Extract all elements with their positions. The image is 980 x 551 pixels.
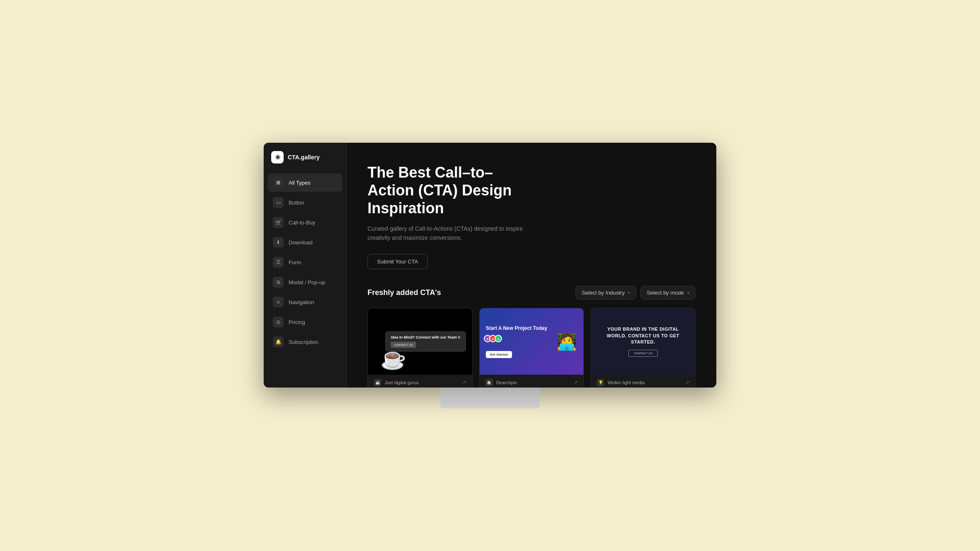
external-link-icon-0[interactable]: ↗: [462, 380, 466, 385]
card-footer-1: 🏠 Dearchpin ↗: [480, 375, 584, 388]
nav-label-pricing: Pricing: [289, 319, 305, 325]
card-author-0: ☕ Just digital gurus: [374, 379, 419, 386]
coffee-headline: Idea In Mind? Connect with our Team !!: [391, 335, 460, 339]
nav-label-subscription: Subscription: [289, 339, 318, 345]
sidebar-item-subscription[interactable]: 🔔 Subscription: [268, 333, 342, 351]
project-left: Start A New Project Today ● ● ● Get Star…: [486, 325, 555, 358]
gallery-card-0: ☕ Idea In Mind? Connect with our Team !!…: [368, 308, 473, 388]
card-author-2: 💡 Welkin light media: [597, 379, 644, 386]
sidebar-item-pricing[interactable]: ◎ Pricing: [268, 313, 342, 331]
gallery-grid: ☕ Idea In Mind? Connect with our Team !!…: [368, 308, 696, 388]
nav-label-button: Button: [289, 200, 304, 206]
industry-chevron-down-icon: ▾: [628, 290, 630, 295]
monitor-wrapper: ✳ CTA.gallery ⊞ All Types ▭ Button: [264, 143, 716, 408]
author-name-2: Welkin light media: [608, 380, 644, 385]
card-author-1: 🏠 Dearchpin: [485, 379, 517, 386]
avatar-stack: ● ● ●: [486, 335, 555, 342]
nav-label-form: Form: [289, 259, 301, 266]
project-cta-button[interactable]: Get Started: [486, 351, 512, 358]
navigation-icon: ≡: [273, 297, 284, 307]
app-name: CTA.gallery: [288, 154, 320, 161]
mode-filter-label: Select by mode: [647, 290, 684, 296]
card-preview-0: ☕ Idea In Mind? Connect with our Team !!…: [368, 308, 472, 375]
gallery-header: Freshly added CTA's Select by Industry ▾…: [368, 286, 696, 300]
author-icon-1: 🏠: [485, 379, 493, 386]
pricing-icon: ◎: [273, 317, 284, 327]
coffee-text-box: Idea In Mind? Connect with our Team !! C…: [385, 332, 466, 352]
nav-label-navigation: Navigation: [289, 299, 314, 305]
card-preview-1: Start A New Project Today ● ● ● Get Star…: [480, 308, 584, 375]
hero-subtitle: Curated gallery of Call-to-Actions (CTAs…: [368, 224, 525, 243]
modal-icon: ⧉: [273, 277, 284, 288]
avatar-3: ●: [495, 335, 502, 342]
mode-chevron-down-icon: ▾: [687, 290, 689, 295]
button-icon: ▭: [273, 197, 284, 208]
card-footer-2: 💡 Welkin light media ↗: [591, 375, 695, 388]
subscription-icon: 🔔: [273, 336, 284, 347]
author-icon-2: 💡: [597, 379, 604, 386]
sidebar-item-all-types[interactable]: ⊞ All Types: [268, 173, 342, 192]
download-icon: ⬇: [273, 237, 284, 248]
sidebar-logo[interactable]: ✳ CTA.gallery: [264, 151, 346, 173]
submit-cta-button[interactable]: Submit Your CTA: [368, 254, 428, 269]
author-name-0: Just digital gurus: [385, 380, 419, 385]
nav-label-modal: Modal / Pop-up: [289, 279, 325, 285]
logo-icon: ✳: [271, 151, 284, 163]
external-link-icon-1[interactable]: ↗: [573, 380, 578, 385]
gallery-section: Freshly added CTA's Select by Industry ▾…: [347, 286, 716, 388]
project-illustration-icon: 🧑‍💻: [556, 332, 577, 351]
sidebar-item-modal[interactable]: ⧉ Modal / Pop-up: [268, 273, 342, 291]
main-content: The Best Call–to–Action (CTA) Design Ins…: [347, 143, 716, 388]
sidebar-navigation: ⊞ All Types ▭ Button 🛒 Call-to-Buy: [264, 173, 346, 379]
filter-group: Select by Industry ▾ Select by mode ▾: [576, 286, 696, 300]
digital-contact-button[interactable]: CONTACT US: [628, 350, 658, 357]
sidebar-item-navigation[interactable]: ≡ Navigation: [268, 293, 342, 311]
industry-filter-label: Select by Industry: [582, 290, 625, 296]
project-title: Start A New Project Today: [486, 325, 555, 332]
digital-text: YOUR BRAND IN THE DIGITAL WORLD. CONTACT…: [599, 326, 687, 357]
gallery-section-title: Freshly added CTA's: [368, 288, 441, 297]
hero-title: The Best Call–to–Action (CTA) Design Ins…: [368, 163, 534, 217]
industry-filter-dropdown[interactable]: Select by Industry ▾: [576, 286, 636, 300]
sidebar-item-download[interactable]: ⬇ Download: [268, 233, 342, 251]
call-to-buy-icon: 🛒: [273, 217, 284, 228]
coffee-content: ☕ Idea In Mind? Connect with our Team !!…: [368, 308, 472, 375]
sidebar: ✳ CTA.gallery ⊞ All Types ▭ Button: [264, 143, 347, 388]
project-right: 🧑‍💻: [554, 332, 577, 351]
nav-label-call-to-buy: Call-to-Buy: [289, 219, 315, 226]
external-link-icon-2[interactable]: ↗: [685, 380, 689, 385]
digital-title: YOUR BRAND IN THE DIGITAL WORLD. CONTACT…: [599, 326, 687, 345]
coffee-contact-button[interactable]: CONTACT US: [391, 342, 416, 348]
gallery-card-1: Start A New Project Today ● ● ● Get Star…: [479, 308, 584, 388]
author-icon-0: ☕: [374, 379, 381, 386]
nav-label-download: Download: [289, 239, 313, 246]
hero-section: The Best Call–to–Action (CTA) Design Ins…: [347, 143, 716, 286]
nav-label-all-types: All Types: [289, 180, 311, 186]
card-preview-2: YOUR BRAND IN THE DIGITAL WORLD. CONTACT…: [591, 308, 695, 375]
sidebar-item-form[interactable]: ☰ Form: [268, 253, 342, 271]
author-name-1: Dearchpin: [496, 380, 517, 385]
mode-filter-dropdown[interactable]: Select by mode ▾: [640, 286, 696, 300]
sidebar-item-button[interactable]: ▭ Button: [268, 193, 342, 212]
all-types-icon: ⊞: [273, 177, 284, 188]
monitor-screen: ✳ CTA.gallery ⊞ All Types ▭ Button: [264, 143, 716, 388]
monitor-stand: [440, 388, 540, 408]
card-footer-0: ☕ Just digital gurus ↗: [368, 375, 472, 388]
form-icon: ☰: [273, 257, 284, 268]
gallery-card-2: YOUR BRAND IN THE DIGITAL WORLD. CONTACT…: [590, 308, 696, 388]
sidebar-item-call-to-buy[interactable]: 🛒 Call-to-Buy: [268, 213, 342, 232]
